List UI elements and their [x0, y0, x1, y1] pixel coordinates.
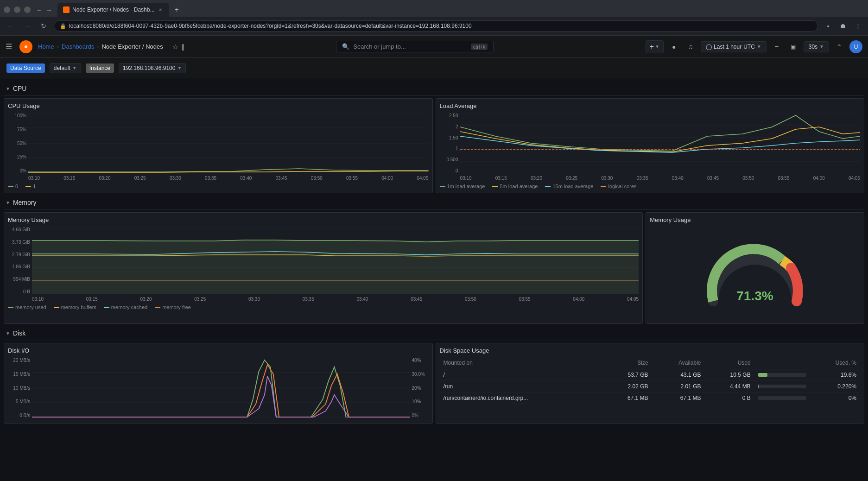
dropdown-arrow-ds: ▼	[72, 65, 77, 70]
menu-button[interactable]: ☰	[6, 42, 12, 51]
memory-section-title: Memory	[13, 199, 37, 206]
active-tab[interactable]: Node Exporter / Nodes - Dashb... ✕	[57, 3, 169, 17]
legend-dot-mem-buffers	[54, 307, 59, 308]
cpu-section-header[interactable]: ▼ CPU	[4, 82, 864, 95]
extensions-icon[interactable]: ▪	[822, 19, 835, 32]
tab-close-button[interactable]: ✕	[157, 6, 164, 13]
collapse-icon[interactable]: ⌃	[833, 40, 846, 53]
header-search: 🔍 Search or jump to... ctrl+k	[190, 41, 640, 52]
lock-icon: 🔒	[60, 23, 66, 29]
datasource-dropdown[interactable]: default ▼	[50, 63, 81, 73]
more-icon[interactable]: ⋮	[851, 19, 864, 32]
time-range-label: Last 1 hour	[714, 44, 741, 50]
datasource-label: Data Source	[6, 63, 45, 73]
avail-2: 2.01 GB	[652, 381, 705, 392]
load-y-labels: 2.50 2 1.50 1 0.500 0	[440, 113, 460, 173]
back-icon[interactable]: ←	[36, 6, 42, 13]
share-icon[interactable]: ∥	[181, 43, 184, 51]
pct-1: 19.6%	[810, 369, 860, 381]
bar-2	[754, 381, 810, 392]
cpu-collapse-icon: ▼	[6, 86, 10, 91]
memory-usage-title: Memory Usage	[8, 216, 639, 223]
search-shortcut: ctrl+k	[471, 44, 488, 50]
tab-bar: ← → Node Exporter / Nodes - Dashb... ✕ +	[0, 0, 868, 17]
memory-x-labels: 03:10 03:15 03:20 03:25 03:30 03:35 03:4…	[32, 297, 639, 302]
col-bar	[754, 358, 810, 369]
cpu-chart-area	[28, 113, 429, 175]
alert-icon[interactable]: ♫	[684, 40, 697, 53]
breadcrumb-home[interactable]: Home	[38, 43, 54, 50]
load-legend: 1m load average 5m load average 15m load…	[440, 184, 861, 189]
col-used: Used	[704, 358, 754, 369]
bar-fill-2	[758, 385, 759, 388]
time-range-button[interactable]: ◯ Last 1 hour UTC ▼	[701, 41, 767, 52]
grafana-header: ☰ Home › Dashboards › Node Exporter / No…	[0, 36, 868, 58]
used-3: 0 B	[704, 392, 754, 404]
svg-marker-19	[32, 240, 639, 294]
add-button[interactable]: + ▼	[646, 40, 664, 53]
gauge-area: 71.3%	[650, 227, 860, 320]
forward-icon[interactable]: →	[46, 6, 52, 13]
dropdown-arrow-inst: ▼	[177, 65, 182, 70]
load-x-labels: 03:10 03:15 03:20 03:25 03:30 03:35 03:4…	[460, 176, 861, 181]
refresh-button[interactable]: ↻	[37, 19, 50, 32]
instance-dropdown[interactable]: 192.168.108.96:9100 ▼	[119, 63, 186, 73]
back-button[interactable]: ←	[4, 19, 17, 32]
pct-2: 0.220%	[810, 381, 860, 392]
disk-section-header[interactable]: ▼ Disk	[4, 327, 864, 340]
table-row: / 53.7 GB 43.1 GB 10.5 GB 19.6%	[440, 369, 861, 381]
forward-button[interactable]: →	[20, 19, 33, 32]
header-icons: ☆ ∥	[172, 43, 184, 51]
cpu-x-labels: 03:10 03:15 03:20 03:25 03:30 03:35 03:4…	[28, 176, 429, 181]
memory-chart-area	[32, 227, 639, 296]
load-chart-svg	[460, 113, 861, 173]
tab-favicon	[63, 6, 70, 13]
disk-io-y-right-labels: 40% 30.0% 20% 10% 0%	[410, 358, 429, 418]
window-controls	[4, 6, 31, 13]
breadcrumb: Home › Dashboards › Node Exporter / Node…	[38, 43, 163, 50]
breadcrumb-dashboards[interactable]: Dashboards	[62, 43, 94, 50]
instance-value: 192.168.108.96:9100	[123, 65, 175, 71]
profile-icon[interactable]: ☗	[836, 19, 849, 32]
load-avg-title: Load Average	[440, 102, 861, 109]
col-size: Size	[602, 358, 652, 369]
disk-io-chart-svg	[32, 358, 410, 418]
disk-row: Disk I/O 20 MB/s 15 MB/s 10 MB/s 5 MB/s …	[4, 343, 864, 424]
pct-3: 0%	[810, 392, 860, 404]
memory-row: Memory Usage 4.66 GiB 3.73 GiB 2.79 GiB …	[4, 212, 864, 324]
filter-bar: Data Source default ▼ Instance 192.168.1…	[0, 58, 868, 78]
bar-bg-3	[758, 396, 806, 400]
zoom-icon[interactable]: ▣	[787, 40, 800, 53]
bar-bg-1	[758, 373, 806, 377]
disk-space-title: Disk Space Usage	[440, 347, 861, 354]
zoom-out-icon[interactable]: −	[770, 40, 783, 53]
refresh-interval-button[interactable]: 30s ▼	[804, 41, 829, 52]
memory-usage-panel: Memory Usage 4.66 GiB 3.73 GiB 2.79 GiB …	[4, 212, 643, 324]
disk-io-panel: Disk I/O 20 MB/s 15 MB/s 10 MB/s 5 MB/s …	[4, 343, 433, 424]
avail-1: 43.1 GB	[652, 369, 705, 381]
bar-1	[754, 369, 810, 381]
disk-space-table: Mounted on Size Available Used Used, % /…	[440, 358, 861, 404]
search-box[interactable]: 🔍 Search or jump to... ctrl+k	[336, 41, 494, 52]
disk-io-title: Disk I/O	[8, 347, 429, 354]
memory-section-header[interactable]: ▼ Memory	[4, 196, 864, 209]
mount-1: /	[440, 369, 602, 381]
mount-3: /run/containerd/io.containerd.grp...	[440, 392, 602, 404]
table-row: /run 2.02 GB 2.01 GB 4.44 MB 0.220%	[440, 381, 861, 392]
star-icon[interactable]: ☆	[172, 43, 178, 51]
nav-bar: ← → ↻ 🔒 localhost:8080/d/e188f604-0097-4…	[0, 17, 868, 35]
legend-mem-used: memory used	[8, 304, 46, 310]
address-bar[interactable]: 🔒 localhost:8080/d/e188f604-0097-432b-9a…	[54, 20, 818, 32]
url-text: localhost:8080/d/e188f604-0097-432b-9ae0…	[69, 23, 812, 29]
history-icon[interactable]: ●	[667, 40, 680, 53]
memory-y-labels: 4.66 GiB 3.73 GiB 2.79 GiB 1.86 GiB 954 …	[8, 227, 32, 294]
memory-legend: memory used memory buffers memory cached…	[8, 304, 639, 310]
avatar[interactable]: U	[849, 40, 862, 53]
legend-dot-mem-cached	[104, 307, 109, 308]
legend-mem-free: memory free	[155, 304, 191, 310]
memory-gauge-title: Memory Usage	[650, 216, 860, 223]
new-tab-button[interactable]: +	[171, 4, 182, 15]
gauge-svg: 71.3%	[699, 227, 811, 320]
legend-dot-cores	[601, 186, 606, 187]
browser-chrome: ← → Node Exporter / Nodes - Dashb... ✕ +…	[0, 0, 868, 36]
